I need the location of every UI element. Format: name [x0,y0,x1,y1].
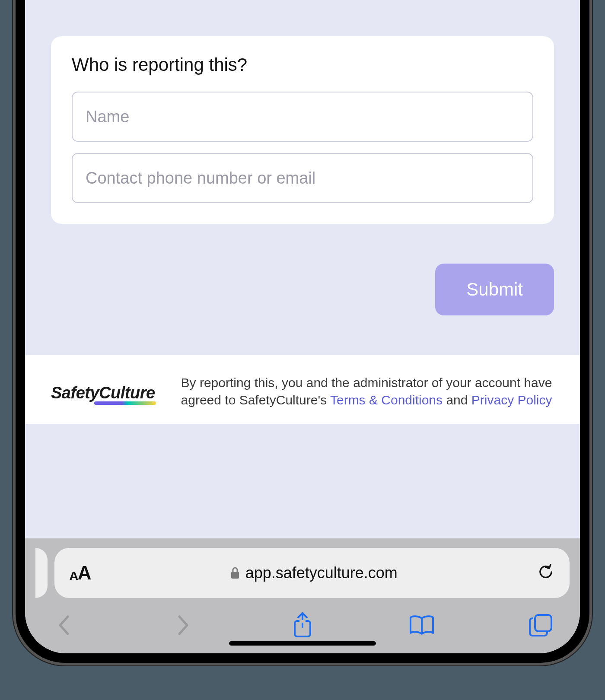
web-page-content: Who is reporting this? Submit SafetyCult… [25,0,580,538]
contact-input[interactable] [72,153,533,203]
back-button[interactable] [54,615,74,636]
privacy-link[interactable]: Privacy Policy [471,393,552,407]
svg-rect-0 [231,572,239,579]
tab-peek[interactable] [35,548,48,598]
svg-rect-2 [299,620,306,623]
forward-button[interactable] [173,615,194,636]
legal-text: By reporting this, you and the administr… [181,374,554,408]
url-bar[interactable]: AA app.safetyculture.com [54,548,570,598]
svg-rect-3 [535,615,551,631]
share-button[interactable] [292,615,313,636]
submit-row: Submit [51,264,554,315]
home-indicator[interactable] [229,641,376,646]
terms-link[interactable]: Terms & Conditions [330,393,443,407]
reload-icon [537,563,555,581]
url-text: app.safetyculture.com [245,564,398,582]
phone-screen: Who is reporting this? Submit SafetyCult… [25,0,580,653]
brand-logo-label: SafetyCulture [51,384,155,402]
bookmarks-button[interactable] [411,615,432,636]
reporter-card: Who is reporting this? [51,36,554,224]
brand-logo: SafetyCulture [51,384,155,402]
book-icon [408,614,436,636]
submit-button[interactable]: Submit [435,264,554,315]
device-frame: Who is reporting this? Submit SafetyCult… [0,0,605,700]
reporter-card-title: Who is reporting this? [72,54,533,75]
url-display[interactable]: app.safetyculture.com [98,564,529,582]
share-icon [291,611,314,639]
page-footer: SafetyCulture By reporting this, you and… [25,355,580,424]
tabs-icon [528,612,554,638]
brand-logo-text: SafetyCulture [51,384,155,402]
text-size-button[interactable]: AA [69,563,90,582]
tabs-button[interactable] [531,615,551,636]
chevron-left-icon [57,614,71,636]
phone-bezel: Who is reporting this? Submit SafetyCult… [13,0,592,665]
legal-and: and [446,393,471,407]
safari-toolbar: AA app.safetyculture.com [25,538,580,653]
text-size-small-a-icon: A [69,570,78,582]
name-input[interactable] [72,92,533,142]
brand-logo-underline [94,401,156,405]
lock-icon [230,566,240,579]
safari-url-row: AA app.safetyculture.com [35,548,570,598]
text-size-large-a-icon: A [78,563,91,582]
chevron-right-icon [176,614,191,636]
reload-button[interactable] [537,563,555,583]
